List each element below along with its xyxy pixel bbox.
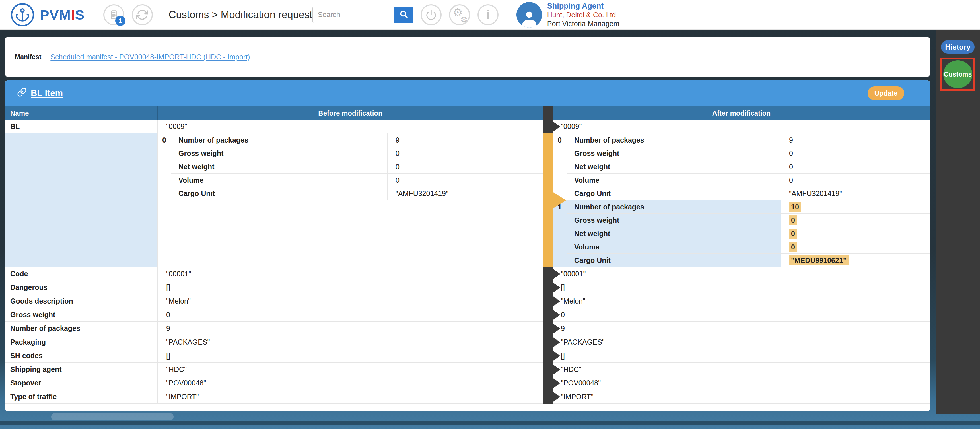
column-header-before: Before modification — [158, 106, 543, 120]
nested-group-rows: Number of packages9Gross weight0Net weig… — [171, 133, 543, 200]
nested-row-value: 0 — [781, 160, 930, 173]
row-separator — [543, 281, 553, 294]
nested-row-value: 0 — [388, 147, 543, 160]
table-row: Stopover"POV00048""POV00048" — [5, 377, 930, 390]
nested-row: Number of packages9 — [171, 133, 543, 147]
customs-button[interactable]: Customs — [943, 60, 972, 88]
nested-group-index-label: 0 — [553, 133, 566, 147]
table-header-row: Name Before modification After modificat… — [5, 106, 930, 120]
nested-row: Gross weight0 — [567, 214, 930, 227]
nested-row-label: Net weight — [567, 227, 781, 240]
search-input[interactable] — [312, 6, 395, 23]
nested-group-rows: Number of packages10Gross weight0Net wei… — [567, 200, 930, 267]
nested-row-value: 9 — [781, 133, 930, 147]
manifest-shortcut-icon[interactable]: 1 — [103, 4, 124, 25]
bl-item-card: BL Item Update Name Before modification … — [5, 80, 930, 411]
nested-row-label: Cargo Unit — [567, 254, 781, 267]
row-name-cell: Number of packages — [5, 322, 158, 335]
manifest-link[interactable]: Scheduled manifest - POV00048-IMPORT-HDC… — [50, 53, 250, 61]
row-name-cell: Code — [5, 267, 158, 281]
nested-row-value: 0 — [781, 214, 930, 227]
background-photo-quay — [0, 421, 980, 425]
nested-group-index: 1 — [553, 200, 567, 267]
nested-row-label: Volume — [567, 173, 781, 187]
search-bar — [312, 6, 413, 23]
nested-group: 0Number of packages9Gross weight0Net wei… — [158, 133, 543, 200]
nested-row-value: 0 — [781, 240, 930, 254]
table-row: Dangerous[][] — [5, 281, 930, 294]
background-photo-boat — [51, 413, 173, 421]
nested-row-label: Number of packages — [567, 200, 781, 214]
table-row: Gross weight00 — [5, 308, 930, 322]
change-arrow-icon — [553, 296, 560, 307]
nested-row: Cargo Unit"AMFU3201419" — [171, 187, 543, 200]
nested-group: 1Number of packages10Gross weight0Net we… — [553, 200, 930, 267]
history-button[interactable]: History — [941, 40, 975, 54]
row-before-value: [] — [158, 349, 543, 363]
user-menu[interactable]: Shipping Agent Hunt, Deltel & Co. Ltd Po… — [517, 2, 980, 28]
search-icon — [399, 10, 409, 20]
brand[interactable]: PVMIS — [0, 0, 96, 29]
row-separator — [543, 267, 553, 281]
update-button[interactable]: Update — [868, 86, 904, 100]
nested-group-index: 0 — [553, 133, 567, 200]
nested-row-label: Number of packages — [171, 133, 388, 147]
row-before-value: "HDC" — [158, 363, 543, 377]
row-after-value: 0 — [553, 308, 930, 322]
row-separator — [543, 322, 553, 335]
nested-row-value: 0 — [388, 173, 543, 187]
table-row: Shipping agent"HDC""HDC" — [5, 363, 930, 377]
row-name-cell: Stopover — [5, 377, 158, 390]
settings-gears-icon[interactable]: ⚙⚙ — [449, 4, 470, 25]
logout-power-icon[interactable] — [420, 4, 442, 25]
before-goods-groups: 0Number of packages9Gross weight0Net wei… — [158, 133, 543, 267]
nested-group-index: 0 — [158, 133, 171, 200]
nested-row-label: Cargo Unit — [567, 187, 781, 200]
table-row: Type of traffic"IMPORT""IMPORT" — [5, 390, 930, 404]
change-arrow-icon — [553, 351, 560, 361]
nested-row: Number of packages9 — [567, 133, 930, 147]
row-before-value: "POV00048" — [158, 377, 543, 390]
row-separator — [543, 294, 553, 308]
change-arrow-icon — [553, 392, 560, 402]
search-button[interactable] — [395, 6, 413, 23]
changed-value: 0 — [789, 215, 797, 225]
nested-row: Net weight0 — [567, 160, 930, 173]
table-body: Code"00001""00001"Dangerous[][]Goods des… — [5, 267, 930, 404]
manifest-card: Manifest Scheduled manifest - POV00048-I… — [5, 37, 930, 77]
changed-value: 0 — [789, 229, 797, 239]
row-separator — [543, 377, 553, 390]
bl-item-link[interactable]: BL Item — [17, 87, 63, 99]
nested-row-label: Gross weight — [171, 147, 388, 160]
row-after-value: [] — [553, 281, 930, 294]
nested-row-label: Number of packages — [567, 133, 781, 147]
info-icon[interactable]: i — [477, 4, 498, 25]
refresh-icon[interactable] — [132, 4, 153, 25]
table-row: Goods description"Melon""Melon" — [5, 294, 930, 308]
user-company: Hunt, Deltel & Co. Ltd — [547, 11, 619, 19]
nested-row: Volume0 — [567, 173, 930, 187]
nested-row: Volume0 — [567, 240, 930, 254]
notification-badge: 1 — [115, 16, 126, 26]
row-after-value: "0009" — [553, 120, 930, 133]
app-header: PVMIS 1 Customs > Modification request — [0, 0, 980, 30]
nested-row-value: "AMFU3201419" — [388, 187, 543, 200]
change-arrow-icon — [553, 337, 560, 347]
nested-row-label: Volume — [567, 240, 781, 254]
row-before-value: "Melon" — [158, 294, 543, 308]
row-after-value: "POV00048" — [553, 377, 930, 390]
table-row: Code"00001""00001" — [5, 267, 930, 281]
changed-value: 0 — [789, 242, 797, 252]
nested-row-value: 9 — [388, 133, 543, 147]
row-before-value: 9 — [158, 322, 543, 335]
change-arrow-icon — [553, 310, 560, 320]
table-row: Packaging"PACKAGES""PACKAGES" — [5, 335, 930, 349]
column-header-name: Name — [5, 106, 158, 120]
row-name-cell: Dangerous — [5, 281, 158, 294]
row-separator — [543, 390, 553, 404]
row-name-cell: SH codes — [5, 349, 158, 363]
bl-goods-name-cell — [5, 133, 158, 267]
user-info: Shipping Agent Hunt, Deltel & Co. Ltd Po… — [547, 2, 619, 28]
row-after-value: "Melon" — [553, 294, 930, 308]
nested-group: 0Number of packages9Gross weight0Net wei… — [553, 133, 930, 200]
